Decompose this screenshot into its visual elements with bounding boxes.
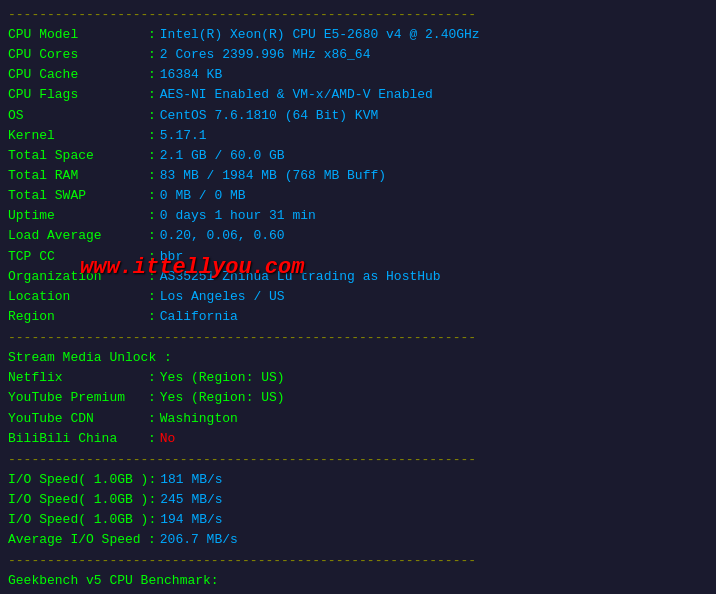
system-info-section: CPU Model: Intel(R) Xeon(R) CPU E5-2680 … bbox=[8, 25, 708, 327]
row-value: California bbox=[160, 307, 238, 327]
bench-title-row: Geekbench v5 CPU Benchmark: bbox=[8, 571, 708, 591]
table-row: YouTube CDN: Washington bbox=[8, 409, 708, 429]
row-label: Average I/O Speed bbox=[8, 530, 148, 550]
row-value: Yes (Region: US) bbox=[160, 368, 285, 388]
row-colon: : bbox=[148, 470, 156, 490]
row-value: AES-NI Enabled & VM-x/AMD-V Enabled bbox=[160, 85, 433, 105]
row-value: 2 Cores 2399.996 MHz x86_64 bbox=[160, 45, 371, 65]
row-label: Netflix bbox=[8, 368, 148, 388]
row-colon: : bbox=[148, 226, 156, 246]
row-colon: : bbox=[148, 45, 156, 65]
row-label: Load Average bbox=[8, 226, 148, 246]
mid-divider-1: ----------------------------------------… bbox=[8, 330, 708, 345]
table-row: CPU Model: Intel(R) Xeon(R) CPU E5-2680 … bbox=[8, 25, 708, 45]
row-value: Yes (Region: US) bbox=[160, 388, 285, 408]
row-colon: : bbox=[148, 490, 156, 510]
row-value: 0.20, 0.06, 0.60 bbox=[160, 226, 285, 246]
row-value: 5.17.1 bbox=[160, 126, 207, 146]
table-row: I/O Speed( 1.0GB ): 181 MB/s bbox=[8, 470, 708, 490]
row-value: Intel(R) Xeon(R) CPU E5-2680 v4 @ 2.40GH… bbox=[160, 25, 480, 45]
table-row: CPU Flags: AES-NI Enabled & VM-x/AMD-V E… bbox=[8, 85, 708, 105]
row-colon: : bbox=[148, 409, 156, 429]
row-colon: : bbox=[148, 206, 156, 226]
row-colon: : bbox=[148, 307, 156, 327]
table-row: Netflix: Yes (Region: US) bbox=[8, 368, 708, 388]
row-colon: : bbox=[148, 510, 156, 530]
row-label: Region bbox=[8, 307, 148, 327]
row-label: CPU Cache bbox=[8, 65, 148, 85]
table-row: Organization: AS35251 Zhihua Lu trading … bbox=[8, 267, 708, 287]
row-colon: : bbox=[148, 85, 156, 105]
bench-section: Geekbench v5 CPU Benchmark: Single Core:… bbox=[8, 571, 708, 594]
unlock-section: Stream Media Unlock :Netflix: Yes (Regio… bbox=[8, 348, 708, 449]
row-colon: : bbox=[148, 166, 156, 186]
table-row: Kernel: 5.17.1 bbox=[8, 126, 708, 146]
row-colon: : bbox=[148, 247, 156, 267]
row-colon: : bbox=[148, 388, 156, 408]
row-value: CentOS 7.6.1810 (64 Bit) KVM bbox=[160, 106, 378, 126]
row-label: I/O Speed( 1.0GB ) bbox=[8, 490, 148, 510]
row-label: CPU Flags bbox=[8, 85, 148, 105]
row-colon: : bbox=[148, 186, 156, 206]
table-row: Location: Los Angeles / US bbox=[8, 287, 708, 307]
mid-divider-2: ----------------------------------------… bbox=[8, 452, 708, 467]
row-value: 0 MB / 0 MB bbox=[160, 186, 246, 206]
row-label: Total Space bbox=[8, 146, 148, 166]
row-colon: : bbox=[148, 65, 156, 85]
row-colon: : bbox=[148, 25, 156, 45]
table-row: YouTube Premium: Yes (Region: US) bbox=[8, 388, 708, 408]
row-value: AS35251 Zhihua Lu trading as HostHub bbox=[160, 267, 441, 287]
table-row: BiliBili China: No bbox=[8, 429, 708, 449]
row-value: Washington bbox=[160, 409, 238, 429]
row-value: Los Angeles / US bbox=[160, 287, 285, 307]
row-label: Total SWAP bbox=[8, 186, 148, 206]
row-value: No bbox=[160, 429, 176, 449]
row-value: 2.1 GB / 60.0 GB bbox=[160, 146, 285, 166]
row-label: TCP CC bbox=[8, 247, 148, 267]
table-row: Region: California bbox=[8, 307, 708, 327]
io-section: I/O Speed( 1.0GB ): 181 MB/sI/O Speed( 1… bbox=[8, 470, 708, 551]
row-value: 0 days 1 hour 31 min bbox=[160, 206, 316, 226]
table-row: CPU Cores: 2 Cores 2399.996 MHz x86_64 bbox=[8, 45, 708, 65]
row-label: CPU Model bbox=[8, 25, 148, 45]
row-label: Organization bbox=[8, 267, 148, 287]
table-row: OS: CentOS 7.6.1810 (64 Bit) KVM bbox=[8, 106, 708, 126]
table-row: Average I/O Speed: 206.7 MB/s bbox=[8, 530, 708, 550]
row-value: 16384 KB bbox=[160, 65, 222, 85]
row-colon: : bbox=[148, 146, 156, 166]
row-colon: : bbox=[148, 126, 156, 146]
row-colon: : bbox=[148, 287, 156, 307]
row-label: Uptime bbox=[8, 206, 148, 226]
row-colon: : bbox=[148, 267, 156, 287]
row-value: 83 MB / 1984 MB (768 MB Buff) bbox=[160, 166, 386, 186]
table-row: Load Average: 0.20, 0.06, 0.60 bbox=[8, 226, 708, 246]
row-value: 245 MB/s bbox=[160, 490, 222, 510]
table-row: Uptime: 0 days 1 hour 31 min bbox=[8, 206, 708, 226]
row-label: Stream Media Unlock : bbox=[8, 348, 172, 368]
row-label: YouTube CDN bbox=[8, 409, 148, 429]
table-row: I/O Speed( 1.0GB ): 245 MB/s bbox=[8, 490, 708, 510]
row-label: I/O Speed( 1.0GB ) bbox=[8, 510, 148, 530]
row-value: 194 MB/s bbox=[160, 510, 222, 530]
row-label: OS bbox=[8, 106, 148, 126]
row-label: Total RAM bbox=[8, 166, 148, 186]
row-value: 181 MB/s bbox=[160, 470, 222, 490]
table-row: Total Space: 2.1 GB / 60.0 GB bbox=[8, 146, 708, 166]
row-colon: : bbox=[148, 368, 156, 388]
row-value: bbr bbox=[160, 247, 183, 267]
row-value: 206.7 MB/s bbox=[160, 530, 238, 550]
terminal-container: ----------------------------------------… bbox=[8, 7, 708, 594]
table-row: CPU Cache: 16384 KB bbox=[8, 65, 708, 85]
row-label: I/O Speed( 1.0GB ) bbox=[8, 470, 148, 490]
row-colon: : bbox=[148, 530, 156, 550]
table-row: I/O Speed( 1.0GB ): 194 MB/s bbox=[8, 510, 708, 530]
row-label: YouTube Premium bbox=[8, 388, 148, 408]
mid-divider-3: ----------------------------------------… bbox=[8, 553, 708, 568]
row-label: CPU Cores bbox=[8, 45, 148, 65]
row-colon: : bbox=[148, 429, 156, 449]
table-row: Total RAM: 83 MB / 1984 MB (768 MB Buff) bbox=[8, 166, 708, 186]
row-label: BiliBili China bbox=[8, 429, 148, 449]
table-row: Stream Media Unlock : bbox=[8, 348, 708, 368]
top-divider: ----------------------------------------… bbox=[8, 7, 708, 22]
table-row: TCP CC: bbr bbox=[8, 247, 708, 267]
